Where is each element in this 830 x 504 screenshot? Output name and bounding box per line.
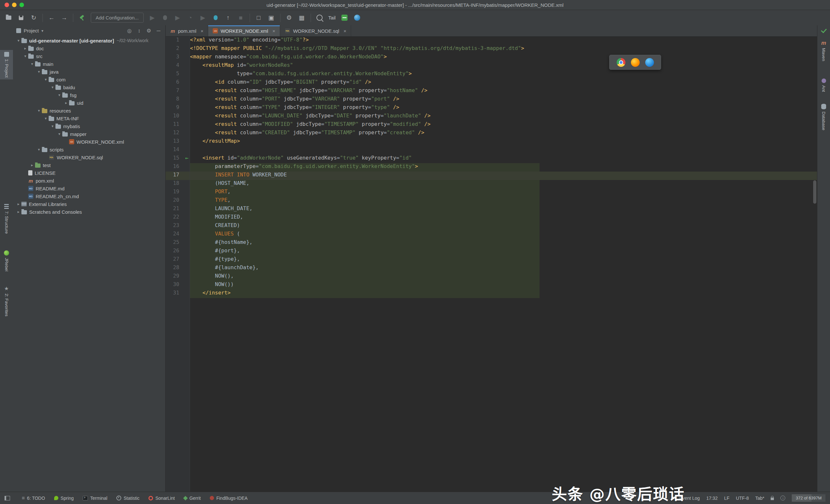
chrome-browser-icon[interactable] xyxy=(617,58,626,67)
status-sonarlint[interactable]: SonarLint xyxy=(149,496,175,501)
gutter-line-number[interactable]: 9 xyxy=(166,104,190,113)
tree-item[interactable]: pom.xml xyxy=(13,177,165,185)
status-6-todo[interactable]: ≡6: TODO xyxy=(22,496,45,501)
tree-closed-arrow-icon[interactable]: ▸ xyxy=(63,100,69,105)
tree-item[interactable]: ▾scripts xyxy=(13,146,165,153)
tree-item[interactable]: ▾META-INF xyxy=(13,115,165,122)
save-all-icon[interactable] xyxy=(17,14,25,22)
close-tab-icon[interactable]: × xyxy=(272,28,275,34)
code-line[interactable]: <insert id="addWorkerNode" useGeneratedK… xyxy=(190,155,817,163)
gutter-line-number[interactable]: 21 xyxy=(166,205,190,214)
firefox-browser-icon[interactable] xyxy=(631,58,640,67)
gutter-line-number[interactable]: 28 xyxy=(166,264,190,273)
code-line[interactable]: VALUES ( xyxy=(190,230,817,239)
tree-open-arrow-icon[interactable]: ▾ xyxy=(50,124,56,128)
tree-open-arrow-icon[interactable]: ▾ xyxy=(50,85,56,90)
code-line[interactable]: INSERT INTO WORKER_NODE xyxy=(190,171,817,180)
tab-WORKER_NODE.xml[interactable]: WORKER_NODE.xml× xyxy=(208,25,280,36)
code-line[interactable]: <mapper namespace="com.baidu.fsg.uid.wor… xyxy=(190,54,817,62)
forward-icon[interactable]: → xyxy=(60,14,68,22)
gutter-line-number[interactable]: 14 xyxy=(166,146,190,155)
gutter-line-number[interactable]: 3 xyxy=(166,54,190,62)
tree-open-arrow-icon[interactable]: ▾ xyxy=(36,108,42,113)
memory-indicator[interactable]: 372 of 6397M xyxy=(792,494,826,502)
gutter-line-number[interactable]: 13 xyxy=(166,138,190,146)
project-panel-title[interactable]: Project xyxy=(24,28,39,33)
tree-closed-arrow-icon[interactable]: ▸ xyxy=(29,163,35,167)
gutter-line-number[interactable]: 25 xyxy=(166,239,190,248)
zoom-window-button[interactable] xyxy=(20,3,24,7)
gutter-back-arrow-icon[interactable]: ← xyxy=(185,155,188,161)
gutter-line-number[interactable]: 5 xyxy=(166,70,190,79)
code-line[interactable]: </resultMap> xyxy=(190,138,817,146)
tree-item[interactable]: WORKER_NODE.xml xyxy=(13,138,165,146)
status-gerrit[interactable]: Gerrit xyxy=(184,496,201,501)
status-terminal[interactable]: Terminal xyxy=(83,496,107,501)
gutter-line-number[interactable]: 27 xyxy=(166,256,190,264)
gutter-line-number[interactable]: 15← xyxy=(166,155,190,163)
status-17-32[interactable]: 17:32 xyxy=(706,496,717,501)
tree-item[interactable]: ▸uid xyxy=(13,99,165,107)
tree-item[interactable]: ▾main xyxy=(13,60,165,68)
tree-open-arrow-icon[interactable]: ▾ xyxy=(29,62,35,66)
tree-item[interactable]: ▾java xyxy=(13,68,165,75)
code-line[interactable]: NOW(), xyxy=(190,273,817,281)
jrebel-build-icon[interactable] xyxy=(78,14,86,22)
tree-open-arrow-icon[interactable]: ▾ xyxy=(22,54,28,58)
code-line[interactable]: <result column="MODIFIED" jdbcType="TIME… xyxy=(190,121,817,129)
open-folder-icon[interactable] xyxy=(4,14,12,22)
profiler-icon[interactable]: ◔ xyxy=(186,14,194,22)
tree-item[interactable]: ▸test xyxy=(13,161,165,169)
tree-item[interactable]: ▾src xyxy=(13,52,165,60)
code-line[interactable]: PORT, xyxy=(190,188,817,197)
code-line[interactable]: type="com.baidu.fsg.uid.worker.entity.Wo… xyxy=(190,70,817,79)
code-line[interactable]: #{hostName}, xyxy=(190,239,817,248)
gutter-line-number[interactable]: 1 xyxy=(166,37,190,45)
attach-debugger-icon[interactable] xyxy=(212,14,220,22)
gutter-line-number[interactable]: 31 xyxy=(166,290,190,298)
tree-open-arrow-icon[interactable]: ▾ xyxy=(56,132,62,136)
code-line[interactable]: <resultMap id="workerNodeRes" xyxy=(190,62,817,70)
gutter-line-number[interactable]: 6 xyxy=(166,79,190,87)
editor-code[interactable]: <?xml version="1.0" encoding="UTF-8"?><!… xyxy=(190,37,817,492)
chevron-down-icon[interactable]: ▾ xyxy=(41,29,43,33)
code-line[interactable]: <result column="TYPE" jdbcType="INTEGER"… xyxy=(190,104,817,113)
code-line[interactable]: parameterType="com.baidu.fsg.uid.worker.… xyxy=(190,163,817,171)
gutter-line-number[interactable]: 23 xyxy=(166,222,190,230)
code-line[interactable]: #{port}, xyxy=(190,248,817,256)
tree-open-arrow-icon[interactable]: ▾ xyxy=(43,116,49,121)
expand-collapse-icon[interactable]: ↕ xyxy=(135,28,143,34)
run-anything-icon[interactable]: ▶ xyxy=(199,14,207,22)
project-structure-icon[interactable]: ▦ xyxy=(298,14,306,22)
tool-stripe-project[interactable]: 1: Project xyxy=(0,50,13,80)
tree-item[interactable]: ▾com xyxy=(13,75,165,83)
sonarqube-icon[interactable] xyxy=(353,14,361,22)
tool-stripe-structure[interactable]: 7: Structure xyxy=(0,202,13,236)
debug-icon[interactable] xyxy=(161,14,169,22)
code-line[interactable]: <result column="HOST_NAME" jdbcType="VAR… xyxy=(190,87,817,96)
tool-stripe-ant[interactable]: Ant xyxy=(817,76,830,94)
code-line[interactable]: <result column="LAUNCH_DATE" jdbcType="D… xyxy=(190,113,817,121)
tree-item[interactable]: ▾fsg xyxy=(13,91,165,99)
gutter-line-number[interactable]: 16 xyxy=(166,163,190,171)
status-tab-[interactable]: Tab* xyxy=(755,496,764,501)
tree-item[interactable]: ▾resources xyxy=(13,107,165,115)
hide-panel-icon[interactable]: ─ xyxy=(155,28,162,34)
search-everywhere-icon[interactable] xyxy=(316,14,324,22)
code-line[interactable]: MODIFIED, xyxy=(190,214,817,222)
gutter-line-number[interactable]: 8 xyxy=(166,96,190,104)
tool-windows-toggle-icon[interactable] xyxy=(4,496,10,500)
close-tab-icon[interactable]: × xyxy=(201,28,203,34)
tree-closed-arrow-icon[interactable]: ▸ xyxy=(22,46,28,51)
status-lf[interactable]: LF xyxy=(724,496,729,501)
tree-item[interactable]: ▾uid-generator-master [uid-generator]~/0… xyxy=(13,37,165,44)
tree-item[interactable]: README.zh_cn.md xyxy=(13,192,165,200)
run-with-coverage-icon[interactable]: ▶ xyxy=(174,14,182,22)
tree-closed-arrow-icon[interactable]: ▸ xyxy=(15,202,22,206)
code-line[interactable]: #{launchDate}, xyxy=(190,264,817,273)
status-utf-8[interactable]: UTF-8 xyxy=(736,496,749,501)
tool-stripe-favorites[interactable]: ★2: Favorites xyxy=(0,284,13,318)
status-info[interactable]: i xyxy=(780,496,785,500)
code-line[interactable]: CREATED) xyxy=(190,222,817,230)
gutter-line-number[interactable]: 26 xyxy=(166,248,190,256)
